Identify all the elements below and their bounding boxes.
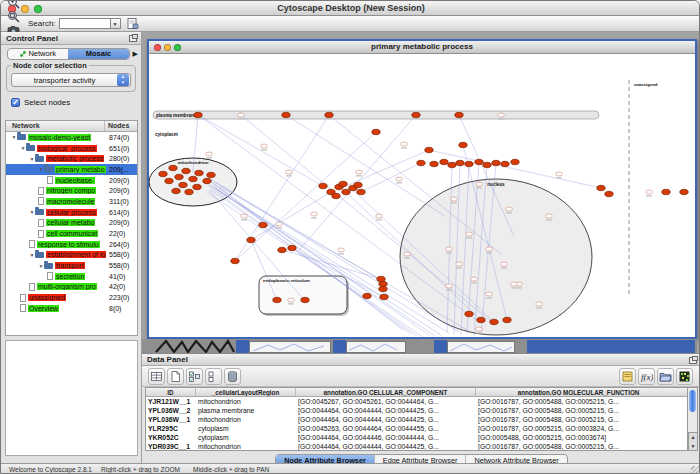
- float-panel-icon[interactable]: [129, 35, 137, 42]
- tree-row-establishment-of-lo[interactable]: ▼establishment of lo558(0): [6, 250, 137, 261]
- unselect-attributes-icon[interactable]: [205, 368, 222, 385]
- tree-row-mosaic-demo-yeast[interactable]: ▼mosaic-demo-yeast874(0): [6, 132, 137, 143]
- node-color-groupbox: Node color selection transporter activit…: [6, 65, 136, 92]
- resize-grip[interactable]: [691, 466, 700, 474]
- create-attribute-icon[interactable]: [167, 368, 184, 385]
- table-row[interactable]: YPL036W__1mitochondrion[GO:0044464, GO:0…: [146, 415, 687, 424]
- combo-stepper-icon: ▲▼: [117, 74, 129, 86]
- tree-row-label: multi-organism pro: [37, 283, 97, 290]
- table-cell: YPL036W__1: [146, 415, 196, 424]
- column-header-2[interactable]: annotation.GO CELLULAR_COMPONENT: [296, 388, 476, 396]
- tree-row-node-count: 311(0): [109, 198, 129, 205]
- node-color-select[interactable]: transporter activity ▲▼: [11, 73, 131, 87]
- network-view-titlebar[interactable]: primary metabolic process: [149, 41, 695, 54]
- tab-network[interactable]: Network: [8, 49, 68, 59]
- network-view-window: primary metabolic process plasma membran…: [147, 39, 697, 339]
- tree-row-label: establishment of lo: [46, 251, 106, 258]
- tree-row-label: biological_process: [37, 145, 97, 152]
- table-row[interactable]: YDR039C__1mitochondrion[GO:0044464, GO:0…: [146, 442, 687, 451]
- cytoscape-window: Cytoscape Desktop (New Session) Search: …: [0, 0, 700, 474]
- table-cell: YLR295C: [146, 424, 196, 433]
- data-panel-float-icon[interactable]: [689, 357, 697, 364]
- search-dropdown-arrow-icon[interactable]: ▼: [111, 18, 121, 29]
- tree-row-biological-process[interactable]: ▼biological_process651(0): [6, 143, 137, 154]
- status-welcome: Welcome to Cytoscape 2.8.1: [9, 466, 92, 473]
- title-bar: Cytoscape Desktop (New Session): [1, 1, 700, 16]
- import-attributes-icon[interactable]: [657, 368, 674, 385]
- attribute-matrix-icon[interactable]: [676, 368, 693, 385]
- tree-row-label: unassigned: [28, 294, 66, 301]
- window-fragment[interactable]: [346, 341, 406, 353]
- tree-row-unassigned[interactable]: unassigned223(0): [6, 292, 137, 303]
- window-fragment[interactable]: [333, 340, 346, 353]
- table-cell: YPL036W__2: [146, 406, 196, 415]
- tree-row-metabolic-process[interactable]: ▼metabolic process280(0): [6, 153, 137, 164]
- tree-row-cell-communicat[interactable]: cell communicat22(0): [6, 228, 137, 239]
- window-fragment[interactable]: [249, 341, 331, 353]
- tree-row-secretion[interactable]: secretion41(0): [6, 271, 137, 282]
- search-input[interactable]: [59, 18, 111, 29]
- zoom-selected-icon[interactable]: [6, 0, 21, 10]
- annotation-tool-icon[interactable]: [125, 17, 140, 31]
- status-pan-hint: Middle-click + drag to PAN: [193, 466, 269, 473]
- zoom-fit-icon[interactable]: [6, 10, 21, 24]
- status-zoom-hint: Right-click + drag to ZOOM: [101, 466, 180, 473]
- network-leaf-icon: [20, 304, 26, 312]
- tree-row-node-count: 264(0): [109, 241, 129, 248]
- status-bar: Welcome to Cytoscape 2.8.1 Right-click +…: [1, 463, 700, 474]
- tree-row-transport[interactable]: ▼transport558(0): [6, 260, 137, 271]
- tree-row-response-to-stimulu[interactable]: response to stimulu264(0): [6, 239, 137, 250]
- column-header-0[interactable]: ID: [146, 388, 196, 396]
- tree-row-nitrogen-compo[interactable]: nitrogen compo209(0): [6, 185, 137, 196]
- window-fragment[interactable]: [236, 340, 249, 353]
- select-nodes-checkbox[interactable]: ✓: [11, 98, 20, 107]
- tab-overflow-arrow-icon[interactable]: ▶: [133, 50, 138, 58]
- folder-icon: [26, 145, 35, 151]
- tree-row-label: response to stimulu: [37, 241, 100, 248]
- tab-label: Network: [28, 49, 56, 58]
- network-canvas[interactable]: plasma membranecytoplasmnucleusmitochond…: [149, 54, 695, 337]
- table-scroll-arrows[interactable]: ▲▼: [688, 432, 698, 451]
- table-scrollbar-thumb[interactable]: [689, 390, 696, 412]
- delete-attribute-icon[interactable]: [224, 368, 241, 385]
- main-area: Control Panel NetworkMosaic ▶ Node color…: [1, 32, 700, 463]
- network-leaf-icon: [29, 283, 35, 291]
- tree-row-label: mosaic-demo-yeast: [28, 134, 91, 141]
- tree-row-nucleobase-[interactable]: nucleobase-209(0): [6, 175, 137, 186]
- tree-row-node-count: 209(0): [109, 177, 129, 184]
- tab-mosaic[interactable]: Mosaic: [68, 49, 128, 59]
- tree-row-label: Overview: [28, 305, 59, 312]
- node-color-legend: Node color selection: [11, 61, 89, 70]
- tree-row-multi-organism-pro[interactable]: multi-organism pro42(0): [6, 282, 137, 293]
- column-header-3[interactable]: annotation.GO MOLECULAR_FUNCTION: [476, 388, 681, 396]
- function-builder-icon[interactable]: f(x): [638, 368, 655, 385]
- tree-row-label: metabolic process: [46, 155, 104, 162]
- tree-row-primary-metabo[interactable]: ▼primary metabo209(...: [6, 164, 137, 175]
- control-panel-header: Control Panel: [1, 32, 141, 45]
- tree-row-node-count: 41(0): [109, 273, 125, 280]
- network-tree: Network Nodes ▼mosaic-demo-yeast874(0)▼b…: [5, 120, 138, 336]
- table-cell: [GO:0044464, GO:0044444, GO:0044425, G..…: [296, 406, 476, 415]
- table-cell: cytoplasm: [196, 424, 296, 433]
- network-tree-header: Network Nodes: [6, 121, 137, 132]
- table-row[interactable]: YLR295Ccytoplasm[GO:0045263, GO:0044464,…: [146, 424, 687, 433]
- window-fragment[interactable]: [527, 340, 695, 353]
- window-fragment[interactable]: [447, 341, 515, 353]
- window-fragment[interactable]: [434, 340, 447, 353]
- column-header-1[interactable]: _cellularLayoutRegion: [196, 388, 296, 396]
- select-attributes-icon[interactable]: [186, 368, 203, 385]
- table-cell: [GO:0044464, GO:0044444, GO:0044425, G..…: [296, 415, 476, 424]
- window-title: Cytoscape Desktop (New Session): [1, 3, 700, 13]
- annotation-note-icon[interactable]: [619, 368, 636, 385]
- table-row[interactable]: YKR052Ccytoplasm[GO:0044464, GO:0044446,…: [146, 433, 687, 442]
- tree-row-macromolecule[interactable]: macromolecule311(0): [6, 196, 137, 207]
- table-row[interactable]: YJR121W__1mitochondrion[GO:0045267, GO:0…: [146, 397, 687, 406]
- tree-row-cellular-process[interactable]: ▼cellular process614(0): [6, 207, 137, 218]
- birds-eye-view[interactable]: [5, 340, 138, 456]
- tree-row-overview[interactable]: Overview8(0): [6, 303, 137, 314]
- table-mode-icon[interactable]: [148, 368, 165, 385]
- tree-row-node-count: 8(0): [109, 305, 121, 312]
- table-row[interactable]: YPL036W__2plasma membrane[GO:0044464, GO…: [146, 406, 687, 415]
- attribute-table: ID_cellularLayoutRegionannotation.GO CEL…: [145, 387, 688, 451]
- tree-row-cellular-metabo[interactable]: cellular metabo209(0): [6, 218, 137, 229]
